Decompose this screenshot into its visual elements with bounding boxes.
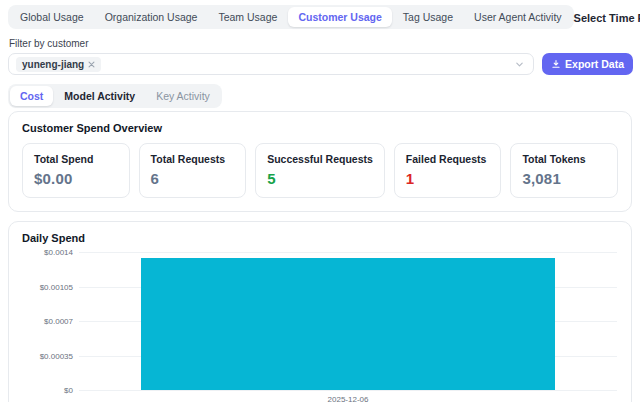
usage-tabs: Global Usage Organization Usage Team Usa… <box>8 5 574 29</box>
daily-spend-bar[interactable] <box>141 258 555 390</box>
stat-label: Total Spend <box>34 153 118 165</box>
stat-value: 6 <box>151 170 235 187</box>
y-tick-label: $0.00105 <box>40 283 73 292</box>
tab-user-agent-activity[interactable]: User Agent Activity <box>464 7 572 27</box>
customer-filter-input[interactable]: yuneng-jiang <box>8 53 534 75</box>
daily-spend-chart: $0.0014 $0.00105 $0.0007 $0.00035 $0 <box>79 252 617 390</box>
export-data-button[interactable]: Export Data <box>542 53 633 75</box>
remove-tag-icon[interactable] <box>88 61 95 68</box>
stat-value: 1 <box>406 170 490 187</box>
tab-key-activity[interactable]: Key Activity <box>146 86 220 106</box>
y-tick-label: $0.00035 <box>40 352 73 361</box>
select-time-range-label: Select Time Range <box>574 12 640 24</box>
y-tick-label: $0 <box>64 386 73 395</box>
y-tick-label: $0.0014 <box>44 248 73 257</box>
tab-global-usage[interactable]: Global Usage <box>10 7 94 27</box>
y-tick-label: $0.0007 <box>44 317 73 326</box>
filter-row: yuneng-jiang Export Data <box>8 53 633 75</box>
stat-label: Total Requests <box>151 153 235 165</box>
stats-row: Total Spend $0.00 Total Requests 6 Succe… <box>22 143 618 198</box>
stat-card-successful-requests: Successful Requests 5 <box>255 143 385 198</box>
tab-team-usage[interactable]: Team Usage <box>208 7 287 27</box>
gridline: $0 <box>79 390 617 391</box>
export-data-label: Export Data <box>565 58 624 70</box>
stat-card-total-spend: Total Spend $0.00 <box>22 143 130 198</box>
stat-value: 5 <box>267 170 373 187</box>
stat-value: 3,081 <box>522 170 606 187</box>
customer-tag: yuneng-jiang <box>16 57 101 72</box>
tab-cost[interactable]: Cost <box>10 86 53 106</box>
customer-spend-overview-card: Customer Spend Overview Total Spend $0.0… <box>8 111 632 212</box>
download-icon <box>551 59 561 69</box>
stat-card-failed-requests: Failed Requests 1 <box>394 143 502 198</box>
top-bar: Global Usage Organization Usage Team Usa… <box>0 0 640 29</box>
stat-value: $0.00 <box>34 170 118 187</box>
tab-tag-usage[interactable]: Tag Usage <box>393 7 463 27</box>
gridline: $0.0014 <box>79 252 617 253</box>
filter-by-customer-label: Filter by customer <box>9 38 640 49</box>
stat-label: Successful Requests <box>267 153 373 165</box>
chevron-down-icon <box>515 60 524 69</box>
customer-tag-label: yuneng-jiang <box>22 59 84 70</box>
overview-title: Customer Spend Overview <box>22 122 618 134</box>
tab-organization-usage[interactable]: Organization Usage <box>95 7 208 27</box>
tab-customer-usage[interactable]: Customer Usage <box>288 7 391 27</box>
chart-title: Daily Spend <box>22 232 619 244</box>
view-tabs: Cost Model Activity Key Activity <box>8 84 222 108</box>
customer-usage-dashboard: Global Usage Organization Usage Team Usa… <box>0 0 640 402</box>
stat-label: Total Tokens <box>522 153 606 165</box>
tab-model-activity[interactable]: Model Activity <box>54 86 145 106</box>
stat-card-total-requests: Total Requests 6 <box>139 143 247 198</box>
time-range-group: Select Time Range 29 Nov, 13:21 - 6 Dec,… <box>574 5 640 28</box>
stat-card-total-tokens: Total Tokens 3,081 <box>510 143 618 198</box>
stat-label: Failed Requests <box>406 153 490 165</box>
daily-spend-card: Daily Spend $0.0014 $0.00105 $0.0007 $0.… <box>8 221 632 402</box>
x-axis-label: 2025-12-06 <box>79 395 617 402</box>
